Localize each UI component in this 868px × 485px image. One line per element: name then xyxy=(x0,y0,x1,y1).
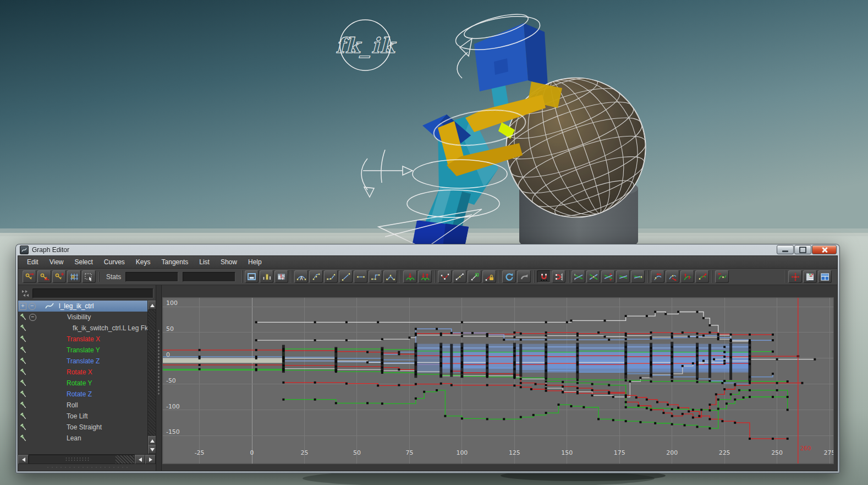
flat-tangents-button[interactable] xyxy=(354,270,367,283)
pre-infinity-cycle-button[interactable] xyxy=(572,270,585,283)
tree-row-lean[interactable]: Lean xyxy=(18,433,148,444)
pin-icon[interactable] xyxy=(19,434,27,443)
center-current-time-button[interactable] xyxy=(260,270,273,283)
scroll-up-button-2[interactable] xyxy=(148,436,156,445)
panel-layout-button[interactable] xyxy=(818,270,832,283)
panel-resize-grip[interactable] xyxy=(18,464,156,471)
enable-stacked-view-button[interactable] xyxy=(680,270,694,283)
menu-help[interactable]: Help xyxy=(243,256,267,268)
plateau-tangents-button[interactable] xyxy=(383,270,397,283)
load-graph-button[interactable] xyxy=(517,270,531,283)
move-nearest-picked-key-tool-button[interactable] xyxy=(23,270,36,283)
hierarchy-filter-icon[interactable] xyxy=(20,288,31,298)
post-infinity-cycle-button[interactable] xyxy=(616,270,630,283)
pin-icon[interactable] xyxy=(19,313,27,321)
pin-icon[interactable] xyxy=(19,412,27,421)
pin-icon[interactable] xyxy=(19,401,27,410)
auto-load-graph-button[interactable] xyxy=(502,270,516,283)
menu-keys[interactable]: Keys xyxy=(130,256,156,268)
linear-tangents-button[interactable] xyxy=(339,270,353,283)
disable-stacked-view-button[interactable] xyxy=(695,270,709,283)
pin-icon[interactable] xyxy=(19,423,27,432)
pin-icon[interactable] xyxy=(19,324,27,333)
tree-row-translate-x[interactable]: Translate X xyxy=(18,334,148,345)
minimize-button[interactable] xyxy=(777,245,794,254)
anim-curve-green-low[interactable] xyxy=(283,390,787,428)
swap-buffer-curves-button[interactable] xyxy=(418,270,432,283)
title-bar[interactable]: Graph Editor xyxy=(15,244,840,255)
close-button[interactable] xyxy=(812,245,837,254)
maximize-button[interactable] xyxy=(794,245,811,254)
tree-row-rotate-z[interactable]: Rotate Z xyxy=(18,389,148,400)
enable-normalized-view-button[interactable] xyxy=(651,270,664,283)
time-snap-button[interactable] xyxy=(537,270,551,283)
auto-tangents-button[interactable]: A xyxy=(294,270,308,283)
tree-row-toe-lift[interactable]: Toe Lift xyxy=(18,411,148,422)
pin-icon[interactable] xyxy=(19,368,27,377)
menu-select[interactable]: Select xyxy=(69,256,98,268)
scroll-left-button[interactable] xyxy=(18,455,29,464)
lock-tangent-weight-button[interactable] xyxy=(482,270,496,283)
value-snap-icon xyxy=(554,273,564,281)
tree-row-roll[interactable]: Roll xyxy=(18,400,148,411)
region-select-keys-tool-button[interactable] xyxy=(82,270,96,283)
tree-row-l-leg-ik-ctrl[interactable]: +−l_leg_ik_ctrl xyxy=(18,301,148,312)
stats-field-1[interactable] xyxy=(125,272,178,282)
graph-canvas[interactable]: 100500-50-100-150-2502550751001251501752… xyxy=(163,298,833,464)
tree-row-translate-z[interactable]: Translate Z xyxy=(18,356,148,367)
collapse-box[interactable]: − xyxy=(29,303,36,310)
tree-row-rotate-y[interactable]: Rotate Y xyxy=(18,378,148,389)
tree-row-fk-ik-switch-ctrl-l-leg-fk[interactable]: fk_ik_switch_ctrl.L Leg Fk xyxy=(18,323,148,334)
disable-normalized-view-button[interactable] xyxy=(666,270,679,283)
pin-icon[interactable] xyxy=(19,335,27,344)
menu-edit[interactable]: Edit xyxy=(21,256,44,268)
open-dope-sheet-button[interactable] xyxy=(803,270,817,283)
pin-icon[interactable] xyxy=(19,379,27,388)
scroll-right-button[interactable] xyxy=(145,455,156,464)
menu-list[interactable]: List xyxy=(194,256,215,268)
tree-row-toe-straight[interactable]: Toe Straight xyxy=(18,422,148,433)
pin-icon[interactable] xyxy=(19,346,27,355)
post-infinity-cycle-offset-button[interactable] xyxy=(631,270,645,283)
move-key-tool-button[interactable] xyxy=(788,270,802,283)
tree-row-visibility[interactable]: −Visibility xyxy=(18,312,148,323)
step-tangents-button[interactable] xyxy=(369,270,382,283)
unify-tangents-button[interactable] xyxy=(453,270,466,283)
tree-vertical-scrollbar[interactable] xyxy=(147,301,156,454)
menu-view[interactable]: View xyxy=(44,256,69,268)
tree-row-translate-y[interactable]: Translate Y xyxy=(18,345,148,356)
insert-keys-tool-button[interactable] xyxy=(37,270,51,283)
expand-all-box[interactable]: + xyxy=(19,303,26,310)
scroll-down-button[interactable] xyxy=(148,445,156,454)
pre-infinity-cycle-offset-button[interactable] xyxy=(586,270,600,283)
channel-search-input[interactable] xyxy=(32,288,153,298)
graph-view[interactable]: 100500-50-100-150-2502550751001251501752… xyxy=(162,297,834,464)
infinity-oscillate-button[interactable] xyxy=(601,270,615,283)
tree-row-rotate-x[interactable]: Rotate X xyxy=(18,367,148,378)
menu-curves[interactable]: Curves xyxy=(98,256,130,268)
add-keys-tool-button[interactable] xyxy=(52,270,66,283)
free-tangent-weight-button[interactable] xyxy=(468,270,481,283)
frame-playback-range-button[interactable] xyxy=(274,270,288,283)
collapse-box[interactable]: − xyxy=(29,314,36,321)
auto-tangents-icon: A xyxy=(296,273,306,281)
break-tangents-button[interactable] xyxy=(438,270,452,283)
scroll-up-button[interactable] xyxy=(148,301,156,310)
pin-icon[interactable] xyxy=(19,390,27,399)
clamped-tangents-button[interactable] xyxy=(324,270,338,283)
buffer-curve-snapshot-button[interactable] xyxy=(403,270,417,283)
menu-show[interactable]: Show xyxy=(215,256,243,268)
display-infinity-button[interactable] xyxy=(715,270,729,283)
tree-horizontal-scrollbar[interactable] xyxy=(18,454,156,464)
menu-tangents[interactable]: Tangents xyxy=(156,256,194,268)
pin-icon[interactable] xyxy=(19,357,27,366)
frame-all-button[interactable] xyxy=(245,270,259,283)
stats-field-2[interactable] xyxy=(183,272,235,282)
scroll-left-button-2[interactable] xyxy=(135,455,145,464)
lattice-deform-keys-tool-button[interactable] xyxy=(67,270,81,283)
value-snap-button[interactable] xyxy=(552,270,565,283)
anim-curve-white-top[interactable] xyxy=(256,312,750,342)
panel-splitter[interactable] xyxy=(156,285,162,471)
anim-curve-icon xyxy=(45,302,54,310)
spline-tangents-button[interactable] xyxy=(309,270,323,283)
